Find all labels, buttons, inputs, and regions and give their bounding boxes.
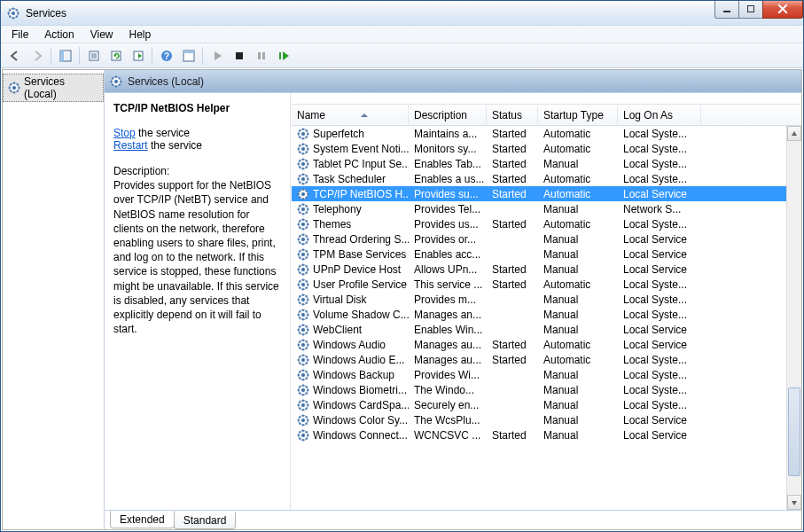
cell-log-on-as: Local Service (618, 262, 701, 277)
cell-log-on-as: Local Syste... (618, 353, 701, 367)
service-row[interactable]: SuperfetchMaintains a...StartedAutomatic… (292, 126, 801, 141)
service-row[interactable]: TPM Base ServicesEnables acc...ManualLoc… (292, 246, 801, 262)
svg-rect-23 (258, 52, 261, 59)
back-button[interactable] (4, 46, 25, 66)
list-body[interactable]: SuperfetchMaintains a...StartedAutomatic… (292, 126, 801, 510)
service-row[interactable]: Task SchedulerEnables a us...StartedAuto… (292, 171, 801, 186)
pause-service-button[interactable] (251, 46, 271, 66)
menu-help[interactable]: Help (122, 27, 159, 43)
cell-status (487, 329, 538, 331)
cell-description: Manages au... (409, 353, 487, 367)
close-button[interactable] (762, 1, 803, 19)
stop-suffix: the service (136, 127, 190, 139)
console-tree-button[interactable] (178, 46, 199, 66)
export-button[interactable] (128, 46, 148, 66)
service-name-text: TCP/IP NetBIOS H... (313, 188, 409, 200)
cell-name: Windows Biometri... (292, 383, 409, 397)
services-icon (8, 82, 20, 94)
service-row[interactable]: Windows Color Sy...The WcsPlu...ManualLo… (292, 412, 801, 427)
cell-name: UPnP Device Host (292, 262, 409, 277)
svg-rect-25 (279, 52, 281, 59)
service-row[interactable]: Tablet PC Input Se...Enables Tab...Start… (292, 156, 801, 171)
service-row[interactable]: Windows Biometri...The Windo...ManualLoc… (292, 382, 801, 397)
cell-name: Virtual Disk (292, 293, 409, 307)
service-row[interactable]: Virtual DiskProvides m...ManualLocal Sys… (292, 292, 801, 307)
cell-name: Telephony (292, 202, 409, 216)
service-row[interactable]: Windows CardSpa...Securely en...ManualLo… (292, 397, 801, 412)
service-icon (297, 369, 309, 381)
service-row[interactable]: Windows BackupProvides Wi...ManualLocal … (292, 367, 801, 382)
refresh-button[interactable] (105, 46, 126, 66)
svg-rect-24 (262, 52, 265, 59)
cell-startup-type: Automatic (538, 338, 618, 352)
column-name[interactable]: Name (292, 106, 409, 125)
forward-button[interactable] (27, 46, 47, 66)
service-icon (297, 309, 309, 321)
right-pane: Services (Local) TCP/IP NetBIOS Helper S… (105, 70, 801, 529)
scrollbar-track[interactable] (787, 141, 801, 495)
service-icon (297, 128, 309, 140)
description-block: Description: Provides support for the Ne… (113, 164, 281, 336)
service-name-text: Windows Biometri... (313, 384, 407, 396)
cell-description: Allows UPn... (409, 262, 487, 277)
cell-log-on-as: Local Service (618, 247, 701, 262)
tree-root-item[interactable]: Services (Local) (3, 74, 104, 102)
tree-pane: Services (Local) (3, 70, 105, 529)
stop-service-button[interactable] (229, 46, 249, 66)
cell-name: Windows Audio (292, 338, 409, 352)
cell-name: TPM Base Services (292, 247, 409, 262)
scrollbar-thumb[interactable] (788, 387, 800, 476)
menu-view[interactable]: View (83, 27, 121, 43)
titlebar[interactable]: Services (1, 1, 803, 26)
menu-file[interactable]: File (4, 27, 35, 43)
cell-status (487, 254, 538, 255)
cell-description: This service ... (409, 278, 487, 292)
cell-startup-type: Manual (538, 157, 618, 171)
cell-status (487, 239, 538, 240)
start-service-button[interactable] (207, 46, 227, 66)
service-name-text: User Profile Service (313, 278, 407, 291)
vertical-scrollbar[interactable] (786, 126, 801, 510)
service-icon (297, 429, 309, 442)
scroll-down-button[interactable] (787, 495, 801, 510)
service-row[interactable]: Windows Audio E...Manages au...StartedAu… (292, 352, 801, 367)
service-row[interactable]: WebClientEnables Win...ManualLocal Servi… (292, 322, 801, 337)
service-row[interactable]: System Event Noti...Monitors sy...Starte… (292, 141, 801, 156)
cell-startup-type: Automatic (538, 187, 618, 201)
maximize-button[interactable] (738, 1, 763, 19)
service-icon (297, 218, 309, 231)
column-log-on-as[interactable]: Log On As (618, 106, 701, 125)
tab-extended[interactable]: Extended (110, 511, 175, 528)
help-button[interactable]: ? (156, 46, 176, 66)
service-row[interactable]: Thread Ordering S...Provides or...Manual… (292, 231, 801, 246)
scroll-up-button[interactable] (787, 126, 801, 141)
service-icon (297, 384, 309, 396)
show-hide-tree-button[interactable] (55, 46, 75, 66)
cell-startup-type: Manual (538, 413, 618, 427)
service-row[interactable]: Volume Shadow C...Manages an...ManualLoc… (292, 307, 801, 322)
cell-status (487, 374, 538, 376)
service-row[interactable]: User Profile ServiceThis service ...Star… (292, 277, 801, 292)
service-row[interactable]: Windows AudioManages au...StartedAutomat… (292, 337, 801, 352)
cell-name: Task Scheduler (292, 172, 409, 186)
cell-description: Manages au... (409, 338, 487, 352)
restart-link[interactable]: Restart (113, 139, 148, 152)
tab-standard[interactable]: Standard (174, 512, 237, 529)
service-row[interactable]: TelephonyProvides Tel...ManualNetwork S.… (292, 201, 801, 216)
service-row[interactable]: TCP/IP NetBIOS H...Provides su...Started… (292, 186, 801, 201)
column-startup-type[interactable]: Startup Type (538, 106, 618, 125)
minimize-button[interactable] (714, 1, 739, 19)
menu-action[interactable]: Action (37, 27, 81, 43)
svg-text:?: ? (163, 51, 168, 60)
restart-service-button[interactable] (273, 46, 293, 66)
column-status[interactable]: Status (487, 106, 538, 125)
service-row[interactable]: ThemesProvides us...StartedAutomaticLoca… (292, 216, 801, 231)
toolbar-separator (202, 47, 203, 65)
cell-status: Started (487, 217, 538, 231)
properties-button[interactable] (83, 46, 104, 66)
column-description[interactable]: Description (409, 106, 487, 125)
stop-link[interactable]: Stop (113, 127, 136, 139)
service-row[interactable]: UPnP Device HostAllows UPn...StartedManu… (292, 262, 801, 277)
service-row[interactable]: Windows Connect...WCNCSVC ...StartedManu… (292, 427, 801, 442)
cell-startup-type: Manual (538, 262, 618, 277)
